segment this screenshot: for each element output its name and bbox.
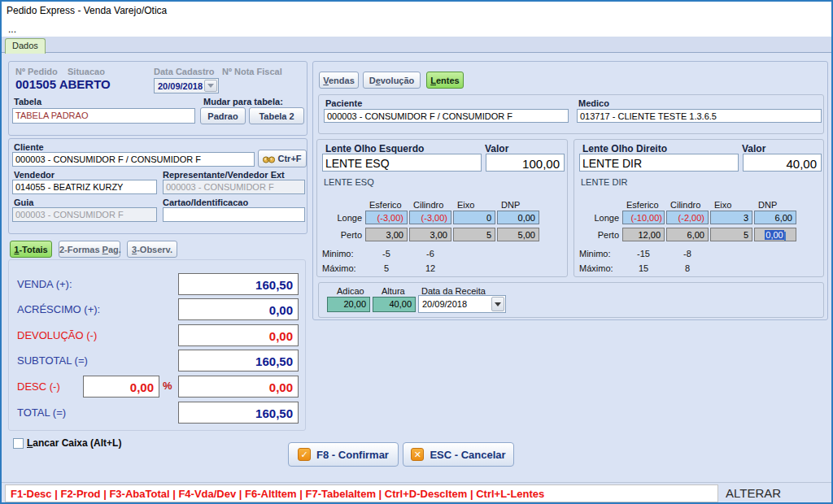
col-dnp: DNP (758, 200, 777, 210)
paciente-label: Paciente (325, 98, 362, 108)
confirmar-button[interactable]: ✓ F8 - Confirmar (288, 442, 399, 467)
esq-perto-esferico[interactable]: 3,00 (365, 228, 408, 241)
dir-perto-esferico[interactable]: 12,00 (622, 228, 665, 241)
close-icon: ✕ (411, 448, 424, 461)
lens-left-valor-label: Valor (485, 143, 508, 154)
tabela2-button[interactable]: Tabela 2 (249, 107, 304, 124)
esq-longe-dnp[interactable]: 0,00 (497, 211, 539, 224)
adicao-field[interactable]: 20,00 (327, 297, 370, 312)
altura-label: Altura (382, 286, 405, 296)
venda-value: 160,50 (178, 273, 299, 295)
binoculars-icon (263, 154, 275, 163)
lens-right-caption: LENTE DIR (581, 177, 627, 187)
tab-observ[interactable]: 3-Observ. (127, 241, 177, 258)
esq-perto-dnp[interactable]: 5,00 (497, 228, 539, 241)
lens-right-title: Lente Olho Direito (582, 143, 667, 154)
dir-longe-eixo[interactable]: 3 (710, 211, 752, 224)
tab-totais[interactable]: 1-Totais (10, 241, 52, 258)
tab-lentes[interactable]: Lentes (426, 72, 464, 89)
esq-longe-cilindro[interactable]: (-3,00) (409, 211, 451, 224)
dir-perto-cilindro[interactable]: 6,00 (666, 228, 709, 241)
dir-maximo-esferico: 15 (622, 263, 665, 273)
medico-label: Medico (578, 98, 609, 108)
col-cilindro: Cilindro (413, 200, 443, 210)
medico-field[interactable]: 013717 - CLIENTE TESTE 1.3.6.5 (577, 109, 822, 123)
chevron-down-icon[interactable] (491, 297, 504, 311)
menu-hint: ... (8, 24, 16, 35)
lens-right-valor-label: Valor (742, 143, 765, 154)
cliente-field[interactable]: 000003 - CONSUMIDOR F / CONSUMIDOR F (12, 152, 255, 167)
subtotal-label: SUBTOTAL (=) (17, 354, 88, 367)
lens-right-group: Lente Olho Direito Valor LENTE DIR 40,00… (574, 139, 824, 277)
title-bar: Pedido Express - Venda Varejo/Otica ... (2, 2, 831, 37)
receita-group: Adicao Altura Data da Receita 20,00 40,0… (318, 282, 824, 318)
guia-field[interactable]: 000003 - CONSUMIDOR F (12, 207, 157, 222)
hotkeys-bar: F1-Desc | F2-Prod | F3-AbaTotal | F4-Vda… (5, 484, 718, 502)
status-divider (2, 482, 831, 483)
tab-devolucao[interactable]: Devolução (363, 72, 421, 89)
text-caret (784, 232, 786, 241)
esq-maximo-esferico: 5 (365, 263, 408, 273)
lens-left-valor-field[interactable]: 100,00 (486, 154, 565, 172)
dir-longe-esferico[interactable]: (-10,00) (622, 211, 665, 224)
tab-vendas[interactable]: Vendas (319, 72, 359, 89)
order-panel: Nº Pedido Situacao Data Cadastro Nº Nota… (8, 61, 307, 136)
chevron-down-icon[interactable] (204, 80, 217, 92)
maximo-label: Máximo: (579, 263, 613, 273)
tabela-field[interactable]: TABELA PADRAO (12, 108, 195, 124)
venda-label: VENDA (+): (17, 278, 72, 290)
vendedor-field[interactable]: 014055 - BEATRIZ KURZY (12, 180, 157, 194)
situacao-label: Situacao (68, 67, 105, 76)
representante-field[interactable]: 000003 - CONSUMIDOR F (163, 180, 305, 194)
nota-fiscal-label: Nº Nota Fiscal (222, 67, 282, 76)
lens-left-group: Lente Olho Esquerdo Valor LENTE ESQ 100,… (316, 139, 568, 277)
esq-longe-esferico[interactable]: (-3,00) (365, 211, 408, 224)
data-receita-combo[interactable]: 20/09/2018 (418, 295, 506, 313)
esq-perto-cilindro[interactable]: 3,00 (409, 228, 451, 241)
dir-minimo-esferico: -15 (622, 249, 665, 259)
esq-maximo-cilindro: 12 (409, 263, 451, 273)
paciente-field[interactable]: 000003 - CONSUMIDOR F / CONSUMIDOR F (324, 109, 569, 123)
esq-longe-eixo[interactable]: 0 (453, 211, 495, 224)
devolucao-value: 0,00 (178, 324, 299, 346)
mode-indicator: ALTERAR (721, 484, 828, 502)
lancar-caixa-checkbox[interactable] (13, 438, 24, 449)
longe-label: Longe (587, 213, 619, 223)
app-window: Pedido Express - Venda Varejo/Otica ... … (0, 0, 833, 504)
dir-minimo-cilindro: -8 (666, 249, 709, 259)
tab-formas-pag[interactable]: 2-Formas Pag. (59, 241, 120, 258)
vendedor-label: Vendedor (14, 170, 55, 180)
tab-dados[interactable]: Dados (5, 38, 46, 54)
pedido-label: Nº Pedido (15, 67, 58, 76)
perto-label: Perto (587, 230, 619, 240)
buscar-cliente-button[interactable]: Ctr+F (258, 150, 307, 167)
tab-strip (2, 37, 831, 53)
esq-perto-eixo[interactable]: 5 (453, 228, 495, 241)
col-cilindro: Cilindro (670, 200, 700, 210)
cancelar-button[interactable]: ✕ ESC - Cancelar (403, 442, 514, 467)
dir-perto-dnp-selected[interactable]: 0,00 (754, 228, 796, 241)
window-title: Pedido Express - Venda Varejo/Otica (7, 5, 167, 16)
data-cadastro-label: Data Cadastro (154, 67, 215, 76)
padrao-button[interactable]: Padrao (200, 107, 246, 124)
total-label: TOTAL (=) (17, 406, 66, 419)
dir-perto-eixo[interactable]: 5 (710, 228, 752, 241)
maximo-label: Máximo: (322, 263, 356, 273)
data-cadastro-combo[interactable]: 20/09/2018 (154, 78, 219, 93)
desc-percent-field[interactable]: 0,00 (83, 376, 159, 398)
altura-field[interactable]: 40,00 (373, 297, 416, 312)
adicao-label: Adicao (337, 286, 364, 296)
col-dnp: DNP (501, 200, 520, 210)
lens-right-name-field[interactable]: LENTE DIR (579, 154, 739, 172)
lentes-panel: Vendas Devolução Lentes Paciente 000003 … (312, 61, 828, 320)
guia-label: Guia (14, 198, 33, 207)
esq-minimo-esferico: -5 (365, 249, 408, 259)
lens-left-title: Lente Olho Esquerdo (325, 143, 424, 154)
lens-left-name-field[interactable]: LENTE ESQ (322, 154, 482, 172)
lens-right-valor-field[interactable]: 40,00 (743, 154, 822, 172)
dir-longe-dnp[interactable]: 6,00 (754, 211, 796, 224)
dir-longe-cilindro[interactable]: (-2,00) (666, 211, 709, 224)
percent-sign: % (163, 380, 172, 392)
cartao-field[interactable] (163, 207, 305, 222)
order-number: 001505 (15, 77, 56, 91)
